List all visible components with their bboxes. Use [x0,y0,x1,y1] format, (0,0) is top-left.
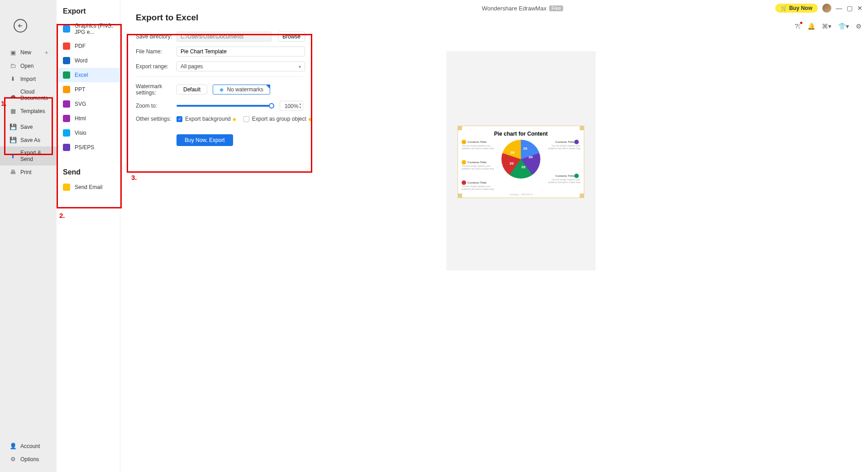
export-ppt[interactable]: PPT [57,82,120,97]
save-dir-label: Save directory: [136,33,176,40]
sidebar-label: Import [20,76,36,82]
sidebar-save-as[interactable]: 💾 Save As [0,133,57,146]
export-format-column: Export Graphics (PNG, JPG e... PDF Word … [57,0,120,472]
annotation-label-3: 3. [131,174,137,181]
diamond-icon: ◆ [308,117,312,122]
annotation-label-2: 2. [59,212,65,219]
print-icon: 🖶 [10,169,16,175]
sidebar-cloud[interactable]: ☁ Cloud Documents [0,85,57,104]
export-group-label: Export as group object [252,116,306,122]
buy-now-button[interactable]: 🛒 Buy Now [775,4,818,13]
sidebar-label: Account [20,443,40,449]
watermark-default-button[interactable]: Default [176,85,207,94]
send-heading: Send [57,168,120,180]
shirt-icon[interactable]: 👕▾ [838,23,849,30]
help-icon[interactable]: ?⃝ [795,23,801,30]
svg-icon [63,100,70,108]
sidebar-options[interactable]: ⚙ Options [0,453,57,466]
user-avatar[interactable] [822,4,831,13]
divider [136,76,303,77]
sidebar-label: Options [20,456,39,463]
minimize-button[interactable]: — [836,5,842,12]
export-graphics[interactable]: Graphics (PNG, JPG e... [57,19,120,39]
zoom-value-input[interactable]: 100% ▲▼ [280,101,303,111]
import-icon: ⬇ [10,76,16,82]
watermark-label: Watermark settings: [136,83,176,96]
template-icon: ▦ [10,108,16,114]
preview-pane: Pie chart for Content 20 20 20 20 20 Con… [446,51,596,270]
export-word[interactable]: Word [57,53,120,68]
diamond-icon: ◆ [219,86,224,93]
file-sidebar: ▣ New + 🗀 Open ⬇ Import ☁ Cloud Document… [0,0,57,472]
preview-footer: Company · 2019-03-21 [458,193,584,196]
export-icon: ⬆ [10,153,16,160]
sidebar-new[interactable]: ▣ New + [0,46,57,59]
export-pseps[interactable]: PS/EPS [57,140,120,155]
zoom-label: Zoom to: [136,103,176,109]
image-icon [63,25,70,33]
other-label: Other settings: [136,116,176,122]
sidebar-label: Cloud Documents [20,89,52,101]
sidebar-label: Print [20,169,32,175]
buy-now-export-button[interactable]: Buy Now, Export [176,134,233,146]
range-select[interactable]: All pages [176,61,305,71]
sidebar-save[interactable]: 💾 Save [0,120,57,133]
back-button[interactable] [14,19,27,33]
sidebar-print[interactable]: 🖶 Print [0,165,57,179]
chart-title: Pie chart for Content [463,131,579,137]
top-toolbar: ?⃝ 🔔 ⌘▾ 👕▾ ⚙ [795,23,862,30]
visio-icon [63,129,70,137]
diamond-icon: ◆ [233,117,236,122]
sidebar-account[interactable]: 👤 Account [0,439,57,453]
sidebar-label: Save As [20,137,40,143]
row-save-directory: Save directory: Browse [136,32,859,42]
sidebar-label: Templates [20,108,45,114]
sidebar-label: Open [20,63,33,69]
cloud-icon: ☁ [10,92,16,99]
pie-chart: 20 20 20 20 20 [501,140,540,179]
app-title: Wondershare EdrawMax Free [482,5,563,12]
export-pdf[interactable]: PDF [57,39,120,53]
export-excel[interactable]: Excel [57,68,120,82]
bell-icon[interactable]: 🔔 [807,23,815,30]
free-badge: Free [549,5,563,11]
sidebar-open[interactable]: 🗀 Open [0,59,57,72]
close-button[interactable]: ✕ [857,5,863,12]
preview-thumbnail: Pie chart for Content 20 20 20 20 20 Con… [458,126,584,198]
sidebar-import[interactable]: ⬇ Import [0,72,57,85]
range-label: Export range: [136,63,176,70]
excel-icon [63,71,70,79]
export-bg-label: Export background [185,116,231,122]
sidebar-label: Save [20,124,33,130]
word-icon [63,57,70,64]
grid-icon[interactable]: ⌘▾ [822,23,831,30]
plus-square-icon: ▣ [10,49,16,56]
sidebar-label: New [20,49,31,56]
export-html[interactable]: Html [57,111,120,126]
plus-icon[interactable]: + [45,49,48,56]
save-as-icon: 💾 [10,137,16,143]
sidebar-templates[interactable]: ▦ Templates [0,104,57,118]
file-name-label: File Name: [136,48,176,55]
export-bg-checkbox[interactable]: ✓ [176,116,182,122]
send-email[interactable]: Send Email [57,180,120,194]
gear-icon: ⚙ [10,456,16,463]
zoom-slider[interactable] [176,105,272,107]
export-svg[interactable]: SVG [57,97,120,111]
export-visio[interactable]: Visio [57,126,120,140]
cart-icon: 🛒 [781,5,787,11]
sidebar-export-send[interactable]: ⬆ Export & Send [0,146,57,165]
ppt-icon [63,86,70,93]
watermark-none-button[interactable]: ◆ No watermarks [213,85,270,94]
export-heading: Export [57,7,120,19]
save-dir-input[interactable] [176,32,272,42]
main-content: Wondershare EdrawMax Free 🛒 Buy Now — ▢ … [120,0,868,472]
annotation-label-1: 1. [1,99,7,107]
email-icon [63,184,70,191]
export-group-checkbox[interactable] [243,116,249,122]
save-icon: 💾 [10,123,16,130]
file-name-input[interactable] [176,47,305,57]
browse-button[interactable]: Browse [278,32,305,42]
settings-icon[interactable]: ⚙ [856,23,862,30]
maximize-button[interactable]: ▢ [847,5,853,12]
